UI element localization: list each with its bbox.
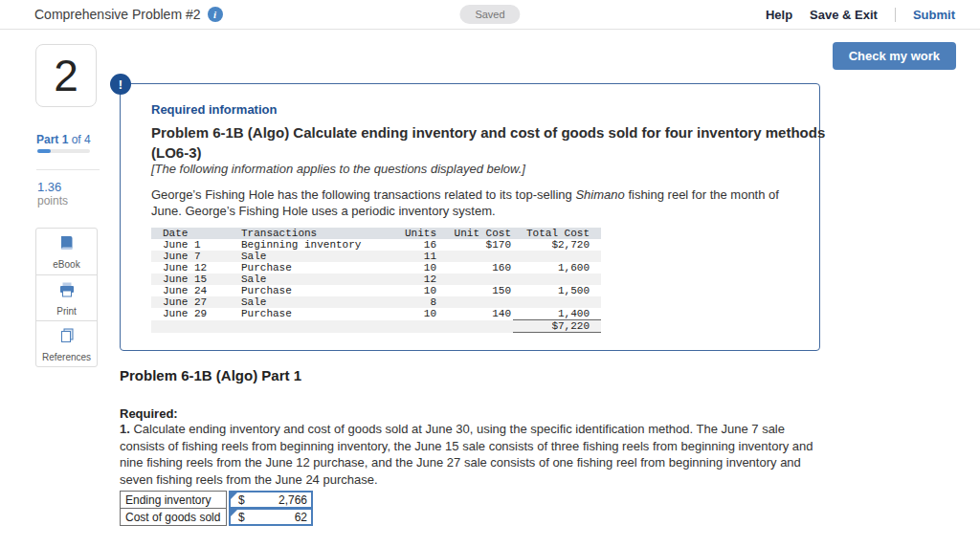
points-value: 1.36 xyxy=(37,180,61,194)
col-unit-cost: Unit Cost xyxy=(438,228,513,239)
topbar-divider xyxy=(895,8,896,22)
description-text: George’s Fishing Hole has the following … xyxy=(151,187,575,202)
references-label: References xyxy=(42,352,91,362)
ending-inventory-input[interactable]: $ 2,766 xyxy=(229,491,313,509)
col-transactions: Transactions xyxy=(239,228,383,239)
alert-icon: ! xyxy=(110,74,131,95)
currency-symbol: $ xyxy=(238,511,245,524)
col-units: Units xyxy=(383,228,438,239)
info-icon[interactable]: i xyxy=(208,7,223,22)
references-icon xyxy=(57,326,77,349)
help-link[interactable]: Help xyxy=(766,8,792,22)
part-progress-label: Part 1 of 4 xyxy=(36,133,91,146)
top-bar: Comprehensive Problem #2 i Saved Help Sa… xyxy=(0,0,980,30)
problem-description: George’s Fishing Hole has the following … xyxy=(151,186,812,219)
answer-row-cogs: Cost of goods sold $ 62 xyxy=(120,508,313,526)
required-label: Required: xyxy=(120,406,178,421)
assignment-title: Comprehensive Problem #2 xyxy=(34,7,201,22)
print-icon xyxy=(57,280,77,303)
references-button[interactable]: References xyxy=(36,320,97,366)
brand-name: Shimano xyxy=(575,187,624,202)
col-total-cost: Total Cost xyxy=(513,228,601,239)
col-date: Date xyxy=(151,228,239,239)
sidebar-divider xyxy=(36,169,100,170)
print-button[interactable]: Print xyxy=(36,274,97,320)
table-row: June 27 Sale 8 xyxy=(151,296,601,308)
total-cost-value: $7,220 xyxy=(513,320,601,333)
saved-status-badge: Saved xyxy=(459,5,520,24)
table-row: June 24 Purchase 10 150 1,500 xyxy=(151,285,601,296)
points-label: points xyxy=(37,194,68,208)
currency-symbol: $ xyxy=(238,493,245,507)
table-header-row: Date Transactions Units Unit Cost Total … xyxy=(151,228,601,239)
requirement-number: 1. xyxy=(120,422,130,436)
table-row: June 12 Purchase 10 160 1,600 xyxy=(151,262,601,274)
print-label: Print xyxy=(56,306,77,317)
submit-link[interactable]: Submit xyxy=(913,8,955,22)
requirement-text: 1. Calculate ending inventory and cost o… xyxy=(120,421,833,488)
table-row: June 1 Beginning inventory 16 $170 $2,72… xyxy=(151,239,601,251)
ebook-icon xyxy=(57,233,77,256)
answer-table: Ending inventory $ 2,766 Cost of goods s… xyxy=(120,491,313,526)
cogs-value: 62 xyxy=(295,511,307,524)
table-row: June 29 Purchase 10 140 1,400 xyxy=(151,308,601,320)
problem-subtitle: [The following information applies to th… xyxy=(151,162,525,176)
question-number-card: 2 xyxy=(35,44,97,107)
transactions-table: Date Transactions Units Unit Cost Total … xyxy=(151,228,601,333)
part-label-rest: of 4 xyxy=(68,133,90,146)
check-my-work-button[interactable]: Check my work xyxy=(833,42,956,70)
problem-title: Problem 6-1B (Algo) Calculate ending inv… xyxy=(151,122,827,163)
table-row: June 15 Sale 12 xyxy=(151,274,601,285)
requirement-body: Calculate ending inventory and cost of g… xyxy=(120,422,813,487)
answer-row-ending-inventory: Ending inventory $ 2,766 xyxy=(120,491,313,509)
ending-inventory-label: Ending inventory xyxy=(120,491,227,509)
progress-fill xyxy=(37,149,51,153)
table-total-row: $7,220 xyxy=(151,320,601,333)
cogs-label: Cost of goods sold xyxy=(120,508,227,526)
part-progress-track xyxy=(37,149,90,153)
part-label-bold: Part 1 xyxy=(36,133,68,146)
save-exit-link[interactable]: Save & Exit xyxy=(810,8,878,22)
cogs-input[interactable]: $ 62 xyxy=(229,508,313,526)
ebook-label: eBook xyxy=(53,259,79,270)
ending-inventory-value: 2,766 xyxy=(278,493,307,507)
ebook-button[interactable]: eBook xyxy=(36,229,97,274)
required-information-heading: Required information xyxy=(151,102,277,117)
topbar-actions: Help Save & Exit Submit xyxy=(766,8,955,22)
part-heading: Problem 6-1B (Algo) Part 1 xyxy=(120,367,301,383)
sidebar-tools: eBook Print References xyxy=(35,228,98,367)
required-information-panel: ! Required information Problem 6-1B (Alg… xyxy=(120,83,820,351)
table-row: June 7 Sale 11 xyxy=(151,251,601,262)
